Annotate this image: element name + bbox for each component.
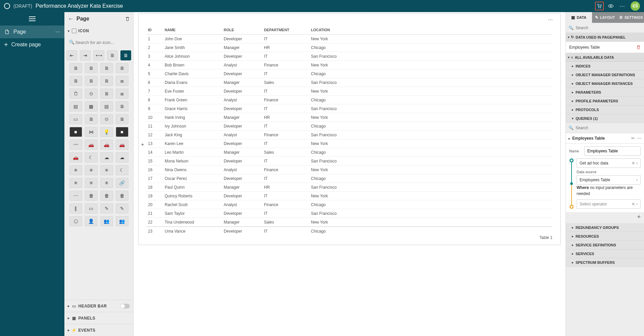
- right-search[interactable]: 🔍: [566, 23, 644, 33]
- icon-chip[interactable]: 💡: [100, 127, 113, 137]
- table-row[interactable]: 19Quincy RobertsDeveloperITNew York: [147, 192, 552, 200]
- adhoc-select[interactable]: Get ad hoc data ✕ ‹: [577, 158, 641, 168]
- table-row[interactable]: 9Grace HarrisDeveloperITSan Francisco: [147, 104, 552, 113]
- icon-chip[interactable]: 🗎: [85, 114, 98, 124]
- icon-chip[interactable]: 🚗: [85, 140, 98, 150]
- icon-chip[interactable]: 〰: [69, 140, 82, 150]
- query-search[interactable]: 🔍: [566, 123, 644, 133]
- toggle-headerbar[interactable]: [120, 304, 130, 308]
- icon-search-input[interactable]: [67, 38, 130, 47]
- tree-pparams[interactable]: ▸PROFILE PARAMETERS: [566, 97, 644, 105]
- col-loc[interactable]: LOCATION: [310, 28, 552, 32]
- table-row[interactable]: 5Charlie DavisDeveloperITChicago: [147, 69, 552, 78]
- table-row[interactable]: 17Oscar PerezDeveloperITChicago: [147, 174, 552, 183]
- section-all-available[interactable]: ▾ ≡ ALL AVAILABLE DATA: [566, 53, 644, 62]
- icon-chip[interactable]: ⋈: [85, 127, 98, 137]
- table-more-icon[interactable]: ⋯: [548, 17, 553, 22]
- tree-queries[interactable]: ▾QUERIES (1): [566, 114, 644, 123]
- tree-indices[interactable]: ▸INDICES: [566, 62, 644, 70]
- add-section-icon[interactable]: +: [140, 142, 145, 147]
- icon-chip[interactable]: ✳: [100, 165, 113, 175]
- icon-chip[interactable]: ■: [69, 127, 82, 137]
- table-row[interactable]: 12Jack KingAnalystFinanceSan Francisco: [147, 131, 552, 139]
- icon-chip[interactable]: ≣: [116, 89, 128, 99]
- trash-icon[interactable]: [125, 16, 130, 21]
- tree-omi[interactable]: ▸OBJECT MANAGER INSTANCES: [566, 79, 644, 88]
- back-icon[interactable]: ←: [68, 15, 74, 22]
- clear-icon[interactable]: ✕: [632, 161, 635, 165]
- menu-icon[interactable]: [29, 18, 36, 19]
- table-row[interactable]: 14Leo MartinManagerSalesChicago: [147, 148, 552, 157]
- query-title-row[interactable]: ▸ Employees Table ✂ ⋯: [566, 133, 644, 144]
- icon-chip[interactable]: ✳: [85, 178, 98, 188]
- user-avatar[interactable]: EŠ: [631, 1, 640, 11]
- tree-proto[interactable]: ▸PROTOCOLS: [566, 105, 644, 114]
- operator-select[interactable]: Select operator ✕ ‹: [577, 199, 641, 209]
- table-row[interactable]: 22Tina UnderwoodManagerSalesNew York: [147, 218, 552, 227]
- table-row[interactable]: 11Ivy JohnsonDeveloperITChicago: [147, 122, 552, 131]
- cart-icon[interactable]: [595, 2, 604, 10]
- tree-sdef[interactable]: ▸SERVICE DEFINITIONS: [566, 241, 644, 249]
- icon-chip[interactable]: 🗎: [100, 63, 113, 73]
- icon-chip[interactable]: 🗎: [100, 76, 113, 86]
- icon-chip[interactable]: 🗑: [116, 191, 128, 201]
- tree-omd[interactable]: ▸OBJECT MANAGER DEFINITIONS: [566, 70, 644, 79]
- icon-chip[interactable]: ▦: [85, 101, 98, 111]
- chevron-left-icon[interactable]: ‹: [636, 161, 638, 165]
- eye-icon[interactable]: [606, 2, 615, 10]
- icon-chip[interactable]: ⇥: [80, 50, 91, 60]
- icon-chip[interactable]: ☾: [85, 152, 98, 162]
- icon-chip[interactable]: ⟷: [93, 50, 104, 60]
- col-role[interactable]: ROLE: [222, 28, 263, 32]
- table-row[interactable]: 18Paul QuinnManagerHRSan Francisco: [147, 183, 552, 192]
- table-row[interactable]: 7Eve FosterDeveloperITNew York: [147, 87, 552, 96]
- section-data-used[interactable]: ▾ ↻ DATA USED IN PAGE/PANEL: [566, 33, 644, 42]
- tree-res[interactable]: ▸RESOURCES: [566, 232, 644, 241]
- icon-chip[interactable]: ✳: [69, 165, 82, 175]
- table-row[interactable]: 16Nina OwensAnalystFinanceNew York: [147, 165, 552, 174]
- icon-chip[interactable]: 🗎: [107, 50, 118, 60]
- icon-chip[interactable]: ☁: [116, 152, 128, 162]
- tree-params[interactable]: ▸PARAMETERS: [566, 88, 644, 97]
- icon-chip[interactable]: ▭: [85, 203, 98, 213]
- icon-chip[interactable]: 🚗: [100, 140, 113, 150]
- table-row[interactable]: 15Mona NelsonDeveloperITSan Francisco: [147, 157, 552, 165]
- table-row[interactable]: 10Hank IrvingManagerHRNew York: [147, 113, 552, 122]
- right-search-input[interactable]: [574, 26, 641, 30]
- icon-chip[interactable]: 🔗: [116, 178, 128, 188]
- chevron-left-icon[interactable]: ‹: [636, 178, 638, 182]
- more-icon[interactable]: ⋯: [637, 136, 641, 141]
- icon-chip[interactable]: 🗎: [120, 50, 131, 60]
- tab-data[interactable]: ▦DATA: [566, 12, 592, 23]
- icon-chip[interactable]: ✳: [69, 178, 82, 188]
- chevron-left-icon[interactable]: ‹: [636, 202, 638, 206]
- icon-chip[interactable]: ≣: [116, 76, 128, 86]
- table-row[interactable]: 21Sam TaylorDeveloperITSan Francisco: [147, 209, 552, 218]
- tree-sbuf[interactable]: ▸SPECTRUM BUFFERS: [566, 258, 644, 267]
- query-name-input[interactable]: [584, 146, 641, 156]
- table-container[interactable]: + ⋯ ID NAME ROLE DEPARTMENT LOCATION 1Jo…: [138, 13, 561, 245]
- table-row[interactable]: 6Diana EvansManagerSalesSan Francisco: [147, 78, 552, 87]
- tool-icon[interactable]: ✂: [631, 136, 635, 141]
- datasource-select[interactable]: Employees Table ‹: [577, 175, 641, 185]
- icon-chip[interactable]: ‖: [69, 203, 82, 213]
- tree-svc[interactable]: ▸SERVICES: [566, 249, 644, 258]
- icon-chip[interactable]: 🗎: [100, 89, 113, 99]
- icon-search[interactable]: 🔍: [67, 38, 130, 47]
- icon-chip[interactable]: 🗎: [116, 63, 128, 73]
- icon-chip[interactable]: ☁: [100, 152, 113, 162]
- icon-chip[interactable]: 👥: [116, 216, 128, 226]
- icon-chip[interactable]: 🗎: [85, 63, 98, 73]
- table-row[interactable]: 8Frank GreenAnalystFinanceChicago: [147, 96, 552, 104]
- icon-chip[interactable]: 🚗: [69, 152, 82, 162]
- table-row[interactable]: 23Uma VanceDeveloperITChicago: [147, 227, 552, 235]
- clear-icon[interactable]: ✕: [632, 202, 635, 206]
- icon-chip[interactable]: 🗒: [69, 89, 82, 99]
- icon-chip[interactable]: ✎: [100, 203, 113, 213]
- icon-chip[interactable]: 🗎: [116, 101, 128, 111]
- add-icon[interactable]: +: [637, 213, 641, 221]
- table-row[interactable]: 13Karen LeeDeveloperITNew York: [147, 139, 552, 148]
- delete-icon[interactable]: [636, 45, 641, 49]
- icon-chip[interactable]: 👥: [100, 216, 113, 226]
- icon-chip[interactable]: ▤: [69, 101, 82, 111]
